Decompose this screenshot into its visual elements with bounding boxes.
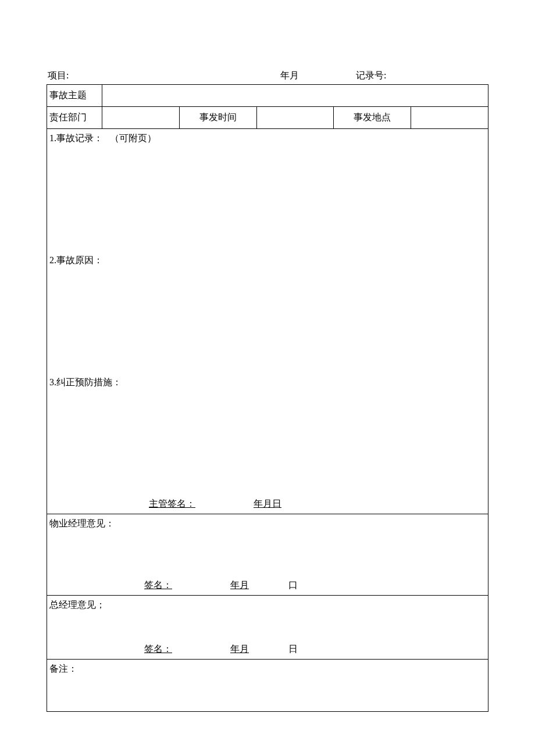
corrective-action-section: 3.纠正预防措施： [49, 377, 486, 499]
form-header: 项目: 年月 记录号: [47, 70, 488, 82]
incident-form-table: 事故主题 责任部门 事发时间 事发地点 1.事故记录： （可附页） 2.事故原因… [47, 84, 488, 712]
note-cell[interactable]: 备注： [47, 660, 488, 712]
incident-time-value[interactable] [256, 107, 334, 129]
incident-location-label: 事发地点 [334, 107, 411, 129]
sections-cell[interactable]: 1.事故记录： （可附页） 2.事故原因： 3.纠正预防措施： 主管签名： 年月… [47, 129, 488, 514]
note-title: 备注： [49, 663, 486, 675]
dept-row: 责任部门 事发时间 事发地点 [47, 107, 488, 129]
incident-location-value[interactable] [411, 107, 488, 129]
gm-sig-label: 签名： [144, 643, 172, 655]
gm-opinion-row: 总经理意见； 签名： 年月 日 [47, 596, 488, 660]
dept-label: 责任部门 [47, 107, 102, 129]
supervisor-sig-label: 主管签名： [149, 498, 195, 510]
gm-signature-line: 签名： 年月 日 [47, 643, 488, 655]
pm-signature-line: 签名： 年月 口 [47, 579, 488, 592]
incident-time-label: 事发时间 [179, 107, 256, 129]
incident-record-note: （可附页） [110, 133, 156, 143]
gm-opinion-cell[interactable]: 总经理意见； 签名： 年月 日 [47, 596, 488, 660]
pm-opinion-title: 物业经理意见： [49, 518, 486, 530]
project-label: 项目: [48, 70, 280, 82]
subject-row: 事故主题 [47, 85, 488, 107]
subject-label: 事故主题 [47, 85, 102, 107]
pm-opinion-row: 物业经理意见： 签名： 年月 口 [47, 514, 488, 596]
subject-value[interactable] [102, 85, 488, 107]
incident-cause-title: 2.事故原因： [49, 255, 103, 265]
gm-sig-ym: 年月 [230, 644, 249, 654]
incident-record-title: 1.事故记录： [49, 133, 103, 143]
gm-sig-day: 日 [288, 644, 298, 654]
sections-row: 1.事故记录： （可附页） 2.事故原因： 3.纠正预防措施： 主管签名： 年月… [47, 129, 488, 514]
supervisor-signature-line: 主管签名： 年月日 [47, 498, 488, 510]
incident-record-section: 1.事故记录： （可附页） [49, 132, 486, 243]
pm-sig-ym: 年月 [230, 580, 249, 590]
record-number-label: 记录号: [356, 70, 487, 82]
gm-opinion-title: 总经理意见； [49, 599, 486, 611]
supervisor-sig-date: 年月日 [254, 498, 281, 510]
incident-cause-section: 2.事故原因： [49, 255, 486, 365]
pm-sig-day: 口 [288, 580, 298, 590]
note-row: 备注： [47, 660, 488, 712]
dept-value[interactable] [102, 107, 180, 129]
pm-sig-label: 签名： [144, 579, 172, 592]
pm-opinion-cell[interactable]: 物业经理意见： 签名： 年月 口 [47, 514, 488, 596]
year-month-label: 年月 [280, 70, 356, 82]
corrective-action-title: 3.纠正预防措施： [49, 377, 122, 387]
